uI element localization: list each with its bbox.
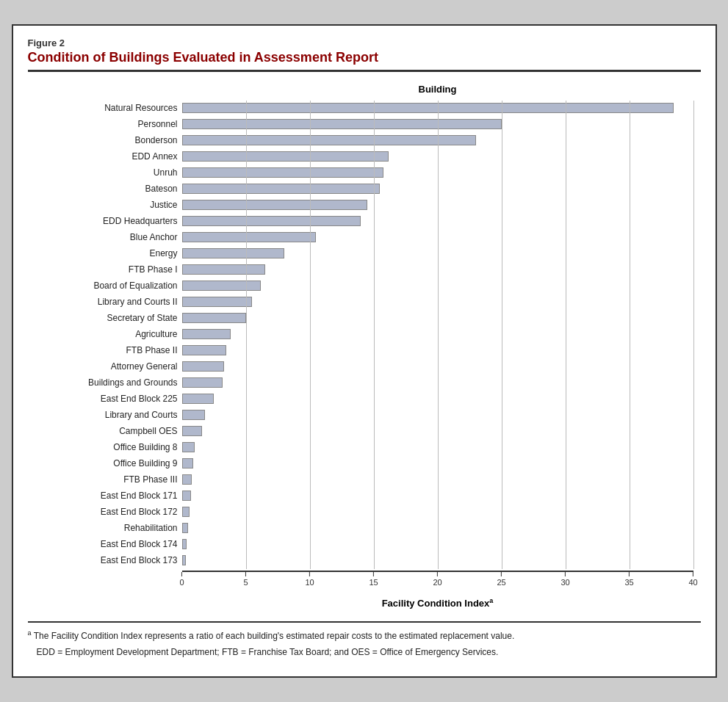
bar-fill	[182, 377, 223, 388]
bar-track	[182, 313, 693, 323]
bar-label: FTB Phase I	[35, 264, 182, 275]
bar-fill	[182, 410, 205, 420]
bar-row: FTB Phase II	[35, 343, 693, 358]
bar-row: Blue Anchor	[35, 230, 693, 245]
bar-label: Blue Anchor	[35, 232, 182, 242]
bar-label: Buildings and Grounds	[35, 377, 182, 388]
x-tick-line	[501, 572, 502, 576]
bar-fill	[182, 361, 224, 372]
bar-fill	[182, 442, 195, 452]
x-tick-value: 25	[497, 578, 505, 587]
bar-row: Office Building 8	[35, 440, 693, 455]
x-tick-value: 20	[433, 578, 442, 587]
bar-track	[182, 539, 693, 549]
bar-label: FTB Phase III	[35, 474, 182, 485]
top-divider	[28, 70, 701, 72]
bar-row: Personnel	[35, 117, 693, 131]
x-tick-value: 35	[624, 578, 633, 587]
bar-row: Agriculture	[35, 327, 693, 341]
bar-track	[182, 119, 693, 129]
bar-label: Library and Courts	[35, 410, 182, 420]
bar-fill	[182, 474, 192, 485]
bar-label: Agriculture	[35, 329, 182, 339]
bar-track	[182, 474, 693, 485]
bar-fill	[182, 458, 194, 468]
bar-fill	[182, 281, 262, 291]
x-tick-line	[245, 572, 246, 576]
figure-container: Figure 2 Condition of Buildings Evaluate…	[12, 24, 717, 677]
bar-label: EDD Annex	[35, 151, 182, 162]
bar-fill	[182, 167, 384, 178]
bar-row: Secretary of State	[35, 311, 693, 325]
bar-row: FTB Phase III	[35, 472, 693, 487]
bar-fill	[182, 232, 317, 242]
bar-track	[182, 491, 693, 501]
x-tick: 10	[305, 572, 314, 587]
x-tick: 25	[497, 572, 505, 587]
x-tick: 15	[369, 572, 378, 587]
bar-track	[182, 458, 693, 468]
bar-label: East End Block 171	[35, 491, 182, 501]
bar-fill	[182, 264, 265, 275]
bar-row: Bonderson	[35, 133, 693, 148]
bar-row: Library and Courts	[35, 408, 693, 422]
bar-label: Rehabilitation	[35, 523, 182, 533]
x-axis-label: Facility Condition Indexa	[35, 597, 693, 609]
bar-fill	[182, 135, 476, 145]
bar-label: East End Block 172	[35, 507, 182, 517]
x-tick-value: 40	[688, 578, 697, 587]
figure-label: Figure 2	[28, 37, 701, 48]
bar-fill	[182, 248, 284, 258]
bar-fill	[182, 507, 190, 517]
bar-row: Bateson	[35, 181, 693, 196]
bar-label: East End Block 173	[35, 555, 182, 565]
bar-track	[182, 264, 693, 275]
footnote: a The Facility Condition Index represent…	[28, 629, 701, 643]
bar-track	[182, 281, 693, 291]
bar-fill	[182, 394, 215, 404]
bar-row: East End Block 171	[35, 488, 693, 503]
bar-track	[182, 442, 693, 452]
bar-row: FTB Phase I	[35, 262, 693, 277]
x-tick: 35	[624, 572, 633, 587]
bar-label: Bonderson	[35, 135, 182, 145]
bar-label: Secretary of State	[35, 313, 182, 323]
x-tick: 30	[561, 572, 569, 587]
footnote-area: a The Facility Condition Index represent…	[28, 621, 701, 659]
bar-label: Energy	[35, 248, 182, 258]
bar-row: Campbell OES	[35, 424, 693, 438]
bar-label: Office Building 9	[35, 458, 182, 468]
grid-line	[693, 101, 694, 569]
bar-track	[182, 297, 693, 307]
x-tick-line	[373, 572, 374, 576]
chart-area: Building Natural ResourcesPersonnelBonde…	[28, 84, 701, 609]
bar-fill	[182, 151, 389, 162]
bar-track	[182, 184, 693, 194]
bar-track	[182, 426, 693, 436]
bar-track	[182, 232, 693, 242]
x-tick: 40	[688, 572, 697, 587]
bar-row: Energy	[35, 246, 693, 261]
bar-fill	[182, 523, 189, 533]
chart-column-header: Building	[35, 84, 693, 95]
x-tick-value: 10	[305, 578, 314, 587]
bar-track	[182, 329, 693, 339]
bar-fill	[182, 313, 246, 323]
bar-track	[182, 394, 693, 404]
bar-row: EDD Headquarters	[35, 214, 693, 228]
x-tick-line	[181, 572, 182, 576]
bar-row: East End Block 172	[35, 504, 693, 519]
bar-track	[182, 377, 693, 388]
bar-track	[182, 345, 693, 355]
bar-label: Bateson	[35, 184, 182, 194]
bar-fill	[182, 119, 502, 129]
bar-track	[182, 410, 693, 420]
footnote: EDD = Employment Development Department;…	[28, 645, 701, 659]
bar-track	[182, 555, 693, 565]
bar-row: Unruh	[35, 165, 693, 180]
bar-track	[182, 216, 693, 226]
bar-label: EDD Headquarters	[35, 216, 182, 226]
x-tick-value: 30	[561, 578, 569, 587]
bar-row: East End Block 225	[35, 391, 693, 406]
bar-label: Board of Equalization	[35, 281, 182, 291]
